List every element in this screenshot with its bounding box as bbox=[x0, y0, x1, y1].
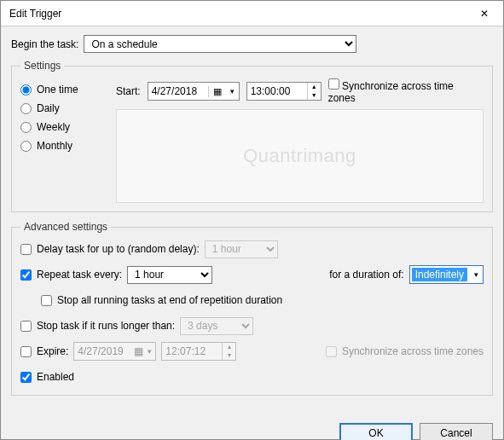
delay-select: 1 hour bbox=[205, 240, 278, 258]
duration-label: for a duration of: bbox=[329, 269, 403, 281]
close-button[interactable]: ✕ bbox=[466, 1, 503, 26]
expire-date-picker: ▦ ▾ bbox=[73, 342, 156, 361]
begin-task-label: Begin the task: bbox=[11, 38, 78, 50]
advanced-legend: Advanced settings bbox=[20, 221, 111, 233]
begin-task-row: Begin the task: On a schedule bbox=[11, 35, 493, 53]
stop-if-checkbox-input[interactable] bbox=[20, 321, 32, 332]
time-spinner: ▲▼ bbox=[222, 343, 235, 360]
radio-one-time-input[interactable] bbox=[20, 84, 32, 96]
delay-row: Delay task for up to (random delay): 1 h… bbox=[20, 240, 484, 258]
repeat-checkbox[interactable]: Repeat task every: bbox=[20, 269, 122, 281]
start-date-input[interactable] bbox=[148, 83, 208, 100]
repeat-row: Repeat task every: 1 hour for a duration… bbox=[20, 265, 484, 284]
expire-row: Expire: ▦ ▾ ▲▼ Synchronize across time z… bbox=[20, 342, 484, 361]
advanced-settings-group: Advanced settings Delay task for up to (… bbox=[11, 221, 493, 396]
start-label: Start: bbox=[116, 85, 141, 97]
chevron-down-icon: ▾ bbox=[143, 347, 155, 356]
radio-weekly[interactable]: Weekly bbox=[20, 121, 106, 133]
sync-timezone2-input bbox=[326, 346, 337, 357]
stop-all-checkbox[interactable]: Stop all running tasks at end of repetit… bbox=[41, 294, 282, 306]
repeat-checkbox-input[interactable] bbox=[20, 269, 32, 281]
delay-checkbox-input[interactable] bbox=[20, 244, 32, 255]
expire-checkbox-input[interactable] bbox=[20, 346, 32, 357]
stop-if-row: Stop task if it runs longer than: 3 days bbox=[20, 316, 484, 335]
chevron-down-icon[interactable]: ▾ bbox=[227, 87, 239, 96]
calendar-icon: ▦ bbox=[134, 345, 143, 357]
duration-select[interactable]: Indefinitely ▾ bbox=[409, 265, 484, 284]
watermark-text: Quantrimang bbox=[243, 145, 356, 167]
expire-date-input bbox=[74, 343, 134, 360]
stop-if-checkbox[interactable]: Stop task if it runs longer than: bbox=[20, 320, 175, 332]
settings-legend: Settings bbox=[20, 60, 64, 72]
schedule-detail-panel: Quantrimang bbox=[116, 109, 484, 203]
radio-monthly-input[interactable] bbox=[20, 141, 32, 152]
radio-one-time[interactable]: One time bbox=[20, 84, 106, 96]
schedule-radios: One time Daily Weekly Monthly bbox=[20, 78, 106, 203]
start-date-picker[interactable]: ▦ ▾ bbox=[148, 82, 240, 101]
expire-checkbox[interactable]: Expire: bbox=[20, 345, 68, 357]
sync-timezone-input[interactable] bbox=[328, 78, 339, 90]
sync-timezone-checkbox[interactable]: Synchronize across time zones bbox=[328, 78, 484, 104]
dialog-footer: OK Cancel bbox=[1, 414, 503, 440]
radio-daily[interactable]: Daily bbox=[20, 102, 106, 114]
stop-if-select: 3 days bbox=[180, 317, 253, 335]
expire-time-picker: ▲▼ bbox=[161, 342, 236, 361]
enabled-checkbox-input[interactable] bbox=[20, 372, 32, 383]
stop-all-checkbox-input[interactable] bbox=[41, 295, 52, 306]
cancel-button[interactable]: Cancel bbox=[420, 423, 493, 440]
chevron-down-icon[interactable]: ▾ bbox=[469, 270, 483, 279]
enabled-row: Enabled bbox=[20, 368, 484, 386]
close-icon: ✕ bbox=[480, 8, 489, 20]
radio-monthly[interactable]: Monthly bbox=[20, 140, 106, 152]
titlebar: Edit Trigger ✕ bbox=[1, 1, 503, 26]
start-row: Start: ▦ ▾ ▲▼ Synchronize across t bbox=[116, 78, 484, 104]
stop-all-row: Stop all running tasks at end of repetit… bbox=[41, 291, 484, 310]
ok-button[interactable]: OK bbox=[339, 423, 413, 440]
enabled-checkbox[interactable]: Enabled bbox=[20, 371, 74, 383]
calendar-icon[interactable]: ▦ bbox=[208, 86, 227, 97]
edit-trigger-dialog: Edit Trigger ✕ Begin the task: On a sche… bbox=[0, 0, 504, 440]
repeat-interval-select[interactable]: 1 hour bbox=[127, 266, 212, 284]
settings-group: Settings One time Daily Weekly bbox=[11, 60, 493, 212]
window-title: Edit Trigger bbox=[9, 8, 466, 20]
dialog-body: Begin the task: On a schedule Settings O… bbox=[1, 26, 503, 414]
expire-time-input bbox=[162, 343, 222, 360]
sync-timezone2-checkbox: Synchronize across time zones bbox=[326, 345, 484, 357]
start-time-input[interactable] bbox=[247, 83, 307, 100]
duration-value: Indefinitely bbox=[412, 268, 467, 281]
time-spinner[interactable]: ▲▼ bbox=[307, 83, 321, 100]
radio-weekly-input[interactable] bbox=[20, 122, 32, 133]
radio-daily-input[interactable] bbox=[20, 103, 32, 114]
begin-task-select[interactable]: On a schedule bbox=[84, 35, 356, 53]
start-time-picker[interactable]: ▲▼ bbox=[246, 82, 322, 101]
delay-checkbox[interactable]: Delay task for up to (random delay): bbox=[20, 243, 200, 255]
